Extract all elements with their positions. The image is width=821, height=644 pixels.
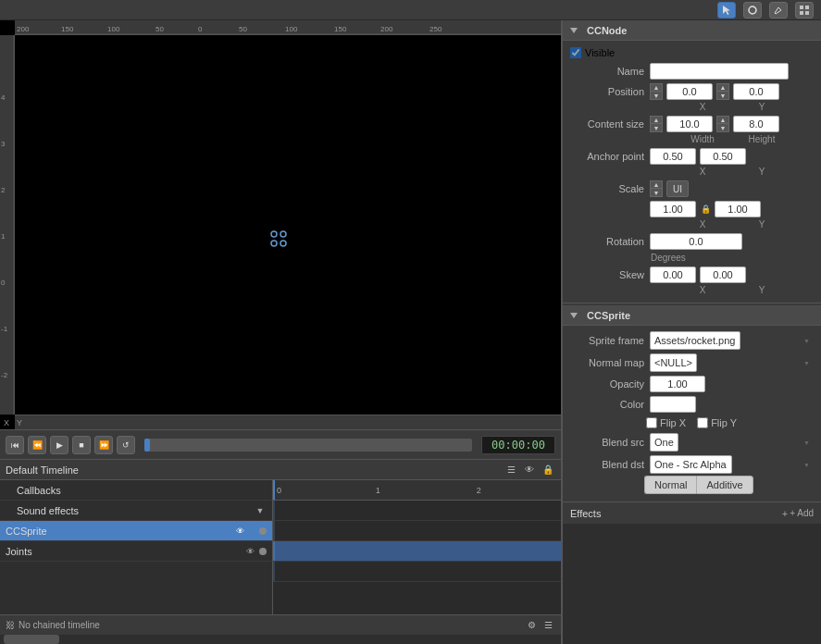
svg-rect-3: [805, 6, 809, 9]
color-swatch[interactable]: [650, 396, 696, 413]
additive-blend-button[interactable]: Additive: [696, 476, 753, 494]
anchor-row: Anchor point: [563, 146, 821, 167]
no-chain-label: ⛓ No chained timeline: [6, 620, 100, 630]
track-sound-effects[interactable]: Sound effects ▼: [0, 501, 272, 521]
width-up[interactable]: ▲: [650, 116, 663, 124]
timeline-visibility-icon[interactable]: 👁: [522, 463, 537, 477]
grid-tool-button[interactable]: [795, 2, 814, 19]
svg-text:50: 50: [155, 25, 164, 33]
blend-buttons: Normal Additive: [644, 476, 821, 494]
name-input[interactable]: [650, 63, 789, 80]
svg-text:0: 0: [198, 25, 203, 33]
blend-dst-dropdown[interactable]: One - Src Alpha: [650, 455, 732, 474]
time-scrubber[interactable]: [144, 439, 472, 452]
anchor-y-input[interactable]: [700, 148, 746, 165]
timeline-settings-icon[interactable]: ⚙: [524, 618, 539, 633]
svg-text:1: 1: [1, 232, 6, 241]
scale-stepper-dn[interactable]: ▼: [650, 189, 663, 197]
canvas-viewport[interactable]: [15, 35, 561, 415]
track-ccsprite[interactable]: CCSprite 👁: [0, 521, 272, 541]
skew-y-input[interactable]: [700, 266, 746, 283]
track-callbacks[interactable]: Callbacks: [0, 480, 272, 501]
scale-x-input[interactable]: [650, 201, 696, 217]
timeline-frames[interactable]: 0 1 2: [273, 480, 561, 614]
height-up[interactable]: ▲: [716, 116, 729, 124]
play-button[interactable]: ▶: [50, 436, 68, 454]
visible-checkbox[interactable]: [570, 47, 581, 58]
height-dn[interactable]: ▼: [716, 124, 729, 132]
track-joints-dot[interactable]: [259, 548, 267, 555]
canvas-xy-label: X Y: [0, 416, 26, 429]
track-joints-label: Joints: [6, 546, 243, 557]
blend-src-row: Blend src One: [563, 431, 821, 453]
time-display: 00:00:00: [481, 436, 555, 454]
color-swatch-area: [650, 396, 814, 413]
ccnode-section-header[interactable]: CCNode: [563, 20, 821, 41]
rewind-button[interactable]: ⏮: [6, 436, 24, 454]
rotation-input[interactable]: [650, 233, 742, 250]
blend-src-value: One: [650, 433, 814, 452]
scale-y-sub: Y: [734, 219, 790, 229]
skew-x-input[interactable]: [650, 266, 696, 283]
prev-frame-button[interactable]: ⏪: [28, 436, 46, 454]
canvas-panel: 200 150 100 50 0 50 100 150 200 250 5 4: [0, 20, 562, 644]
width-dn[interactable]: ▼: [650, 124, 663, 132]
scale-y-input[interactable]: [715, 201, 761, 217]
opacity-input[interactable]: [650, 376, 705, 392]
pen-tool-button[interactable]: [769, 2, 788, 19]
track-joints-eye-icon[interactable]: 👁: [243, 545, 256, 558]
pos-y-dn[interactable]: ▼: [716, 92, 729, 100]
normal-map-dropdown[interactable]: <NULL>: [650, 353, 697, 372]
pos-y-sub: Y: [734, 102, 790, 112]
scale-stepper-up[interactable]: ▲: [650, 180, 663, 189]
pos-y-input[interactable]: [733, 83, 779, 100]
anchor-x-input[interactable]: [650, 148, 696, 165]
scrollbar-thumb[interactable]: [4, 635, 59, 644]
flip-x-checkbox[interactable]: [646, 417, 657, 428]
cursor-tool-button[interactable]: [717, 2, 736, 19]
sprite-frame-row: Sprite frame Assets/rocket.png: [563, 329, 821, 352]
stop-button[interactable]: ■: [72, 436, 91, 454]
timeline-list-icon[interactable]: ☰: [541, 618, 555, 633]
track-joints[interactable]: Joints 👁: [0, 541, 272, 562]
rotation-degrees-label: Degrees: [651, 253, 686, 263]
opacity-label: Opacity: [570, 378, 644, 390]
ccnode-section-body: Visible Name Position ▲ ▼: [563, 41, 821, 301]
track-blue-dot[interactable]: [249, 527, 256, 535]
pos-stepper: ▲ ▼: [650, 83, 663, 100]
blend-src-dropdown[interactable]: One: [650, 433, 678, 452]
scale-lock-icon[interactable]: 🔒: [700, 204, 711, 215]
pos-stepper-up[interactable]: ▲: [650, 83, 663, 92]
timeline-menu-icon[interactable]: ☰: [504, 463, 518, 477]
ccsprite-section-header[interactable]: CCSprite: [563, 305, 821, 326]
timeline-bottom-icons: ⚙ ☰: [524, 618, 555, 633]
width-input[interactable]: [666, 116, 713, 132]
frame-playhead[interactable]: [273, 480, 275, 500]
normal-blend-button[interactable]: Normal: [644, 476, 696, 494]
timeline-lock-icon[interactable]: 🔒: [541, 463, 555, 477]
flip-y-checkbox[interactable]: [697, 417, 708, 428]
blend-src-dropdown-wrapper: One: [650, 433, 814, 452]
circle-tool-button[interactable]: [743, 2, 762, 19]
frame-0-label: 0: [275, 480, 281, 500]
pos-x-input[interactable]: [666, 83, 713, 100]
pos-y-up[interactable]: ▲: [716, 83, 729, 92]
svg-text:150: 150: [61, 25, 74, 33]
scale-ui-button[interactable]: UI: [666, 180, 689, 197]
track-grey-dot[interactable]: [259, 527, 267, 535]
svg-rect-5: [805, 11, 809, 15]
pos-stepper-group: ▲ ▼: [650, 83, 663, 100]
canvas-area[interactable]: 200 150 100 50 0 50 100 150 200 250 5 4: [0, 20, 561, 429]
sprite-frame-dropdown[interactable]: Assets/rocket.png: [650, 331, 740, 350]
timeline-scrollbar[interactable]: [0, 635, 561, 644]
pos-x-sub: X: [675, 102, 730, 112]
next-frame-button[interactable]: ⏩: [94, 436, 113, 454]
blend-dst-row: Blend dst One - Src Alpha: [563, 453, 821, 476]
height-input[interactable]: [733, 116, 779, 132]
track-eye-icon[interactable]: 👁: [233, 525, 246, 538]
loop-button[interactable]: ↺: [117, 436, 135, 454]
svg-text:100: 100: [107, 25, 120, 33]
add-effect-button[interactable]: + + Add: [782, 508, 814, 519]
pos-stepper-dn[interactable]: ▼: [650, 92, 663, 100]
rotation-sub: Degrees: [563, 252, 821, 265]
